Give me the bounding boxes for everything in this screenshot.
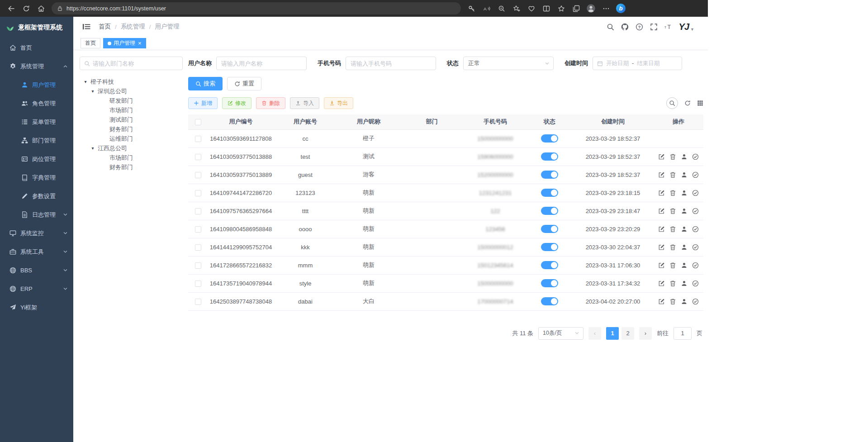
sidebar-item-role[interactable]: 角色管理	[0, 94, 73, 113]
status-toggle[interactable]	[541, 207, 558, 215]
department-search-input[interactable]	[93, 60, 178, 67]
font-size-icon[interactable]: тT	[664, 23, 672, 31]
reset-password-icon[interactable]	[681, 244, 688, 251]
read-aloud-icon[interactable]: A	[479, 2, 494, 15]
fullscreen-icon[interactable]	[650, 23, 658, 31]
row-checkbox[interactable]	[195, 299, 201, 305]
browser-refresh-icon[interactable]	[19, 2, 33, 15]
tree-node-6[interactable]: 运维部门	[80, 134, 183, 143]
delete-row-icon[interactable]	[669, 153, 676, 160]
sidebar-item-home[interactable]: 首页	[0, 38, 73, 57]
reset-password-icon[interactable]	[681, 226, 688, 233]
status-toggle[interactable]	[541, 152, 558, 161]
row-checkbox[interactable]	[195, 208, 201, 214]
reset-password-icon[interactable]	[681, 171, 688, 178]
add-button[interactable]: 新增	[188, 97, 218, 109]
edit-row-icon[interactable]	[658, 190, 665, 196]
date-range-picker[interactable]: 开始日期 - 结束日期	[593, 57, 682, 70]
status-toggle[interactable]	[541, 243, 558, 251]
status-toggle[interactable]	[541, 279, 558, 287]
sidebar-item-user[interactable]: 用户管理	[0, 76, 73, 94]
status-toggle[interactable]	[541, 171, 558, 179]
tree-node-0[interactable]: ▾橙子科技	[80, 77, 183, 86]
sidebar-item-system[interactable]: 系统管理	[0, 57, 73, 76]
reset-password-icon[interactable]	[681, 262, 688, 269]
tab-user-management[interactable]: 用户管理 ×	[103, 38, 146, 48]
toggle-search-button[interactable]	[666, 97, 678, 109]
phone-input[interactable]	[346, 57, 436, 70]
edit-row-icon[interactable]	[658, 262, 665, 269]
delete-row-icon[interactable]	[669, 171, 676, 178]
profile-avatar[interactable]	[583, 2, 598, 15]
sidebar-item-yi[interactable]: Yi框架	[0, 298, 73, 317]
status-toggle[interactable]	[541, 297, 558, 305]
delete-row-icon[interactable]	[669, 244, 676, 251]
username-input[interactable]	[216, 57, 307, 70]
sidebar-item-monitor[interactable]: 系统监控	[0, 224, 73, 242]
split-screen-icon[interactable]	[539, 2, 554, 15]
delete-button[interactable]: 删除	[256, 97, 285, 109]
browser-home-icon[interactable]	[33, 2, 48, 15]
copilot-icon[interactable]: b	[613, 2, 628, 15]
tree-node-7[interactable]: ▾江西总公司	[80, 143, 183, 153]
sidebar-item-erp[interactable]: ERP	[0, 280, 73, 298]
row-checkbox[interactable]	[195, 172, 201, 178]
prev-page-button[interactable]: ‹	[588, 327, 601, 340]
reset-password-icon[interactable]	[681, 153, 688, 160]
more-options-icon[interactable]	[598, 2, 613, 15]
assign-role-icon[interactable]	[692, 208, 699, 214]
url-text[interactable]: https://ccnetcore.com:1101/system/user	[66, 5, 455, 12]
assign-role-icon[interactable]	[692, 244, 699, 251]
status-toggle[interactable]	[541, 261, 558, 269]
close-tab-icon[interactable]: ×	[138, 40, 142, 47]
assign-role-icon[interactable]	[692, 153, 699, 160]
reset-password-icon[interactable]	[681, 190, 688, 196]
zoom-icon[interactable]	[494, 2, 509, 15]
tab-home[interactable]: 首页	[81, 38, 100, 48]
collapse-sidebar-icon[interactable]	[82, 23, 91, 30]
edit-button[interactable]: 修改	[222, 97, 251, 109]
row-checkbox[interactable]	[195, 136, 201, 142]
goto-page-input[interactable]	[674, 327, 692, 340]
assign-role-icon[interactable]	[692, 190, 699, 196]
reset-password-icon[interactable]	[681, 208, 688, 214]
sidebar-item-post[interactable]: 岗位管理	[0, 150, 73, 168]
tree-node-5[interactable]: 财务部门	[80, 124, 183, 134]
status-toggle[interactable]	[541, 189, 558, 197]
sidebar-item-param[interactable]: 参数设置	[0, 187, 73, 205]
page-button-2[interactable]: 2	[621, 327, 634, 340]
delete-row-icon[interactable]	[669, 298, 676, 305]
breadcrumb-system[interactable]: 系统管理	[121, 23, 145, 31]
favorites-icon[interactable]	[554, 2, 569, 15]
status-select[interactable]: 正常	[463, 57, 554, 70]
tree-node-4[interactable]: 测试部门	[80, 115, 183, 124]
sidebar-item-log[interactable]: 日志管理	[0, 205, 73, 224]
tree-node-2[interactable]: 研发部门	[80, 96, 183, 105]
edit-row-icon[interactable]	[658, 171, 665, 178]
assign-role-icon[interactable]	[692, 262, 699, 269]
import-button[interactable]: 导入	[290, 97, 319, 109]
assign-role-icon[interactable]	[692, 280, 699, 287]
sidebar-item-bbs[interactable]: BBS	[0, 261, 73, 280]
delete-row-icon[interactable]	[669, 262, 676, 269]
help-icon[interactable]: ?	[636, 23, 643, 31]
row-checkbox[interactable]	[195, 154, 201, 160]
refresh-table-icon[interactable]	[684, 100, 691, 106]
assign-role-icon[interactable]	[692, 298, 699, 305]
page-button-1[interactable]: 1	[606, 327, 619, 340]
collections-icon[interactable]	[569, 2, 583, 15]
github-icon[interactable]	[621, 23, 629, 31]
breadcrumb-home[interactable]: 首页	[99, 23, 111, 31]
delete-row-icon[interactable]	[669, 190, 676, 196]
edit-row-icon[interactable]	[658, 226, 665, 233]
browser-back-icon[interactable]	[4, 2, 19, 15]
user-avatar-menu[interactable]: YJ ▼	[679, 22, 694, 32]
reset-button[interactable]: 重置	[227, 77, 261, 90]
search-button[interactable]: 搜索	[188, 77, 223, 90]
row-checkbox[interactable]	[195, 190, 201, 196]
reset-password-icon[interactable]	[681, 298, 688, 305]
sidebar-item-tool[interactable]: 系统工具	[0, 242, 73, 261]
password-key-icon[interactable]	[464, 2, 479, 15]
column-settings-icon[interactable]	[697, 100, 703, 106]
tree-node-3[interactable]: 市场部门	[80, 105, 183, 115]
